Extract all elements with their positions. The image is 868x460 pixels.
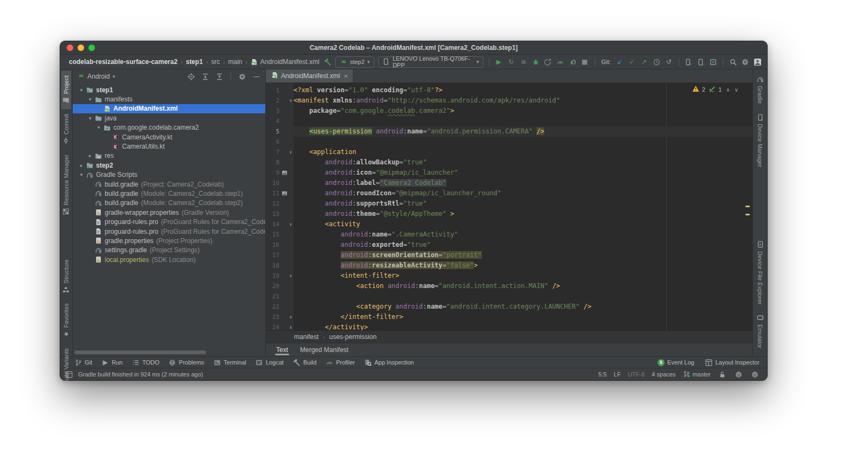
sidebar-item-commit[interactable]: Commit [61, 109, 71, 150]
tool-window-button-layout-inspector[interactable]: Layout Inspector [705, 359, 760, 366]
attach-debugger-button[interactable] [544, 58, 552, 67]
tool-window-button-build[interactable]: Build [293, 359, 316, 366]
fold-marker-icon[interactable]: ∧ [288, 312, 293, 322]
indent-style[interactable]: 4 spaces [652, 371, 675, 378]
fold-marker-icon[interactable]: ∨ [288, 219, 293, 229]
rerun-button[interactable]: ↻ [507, 58, 515, 67]
tool-window-button-terminal[interactable]: Terminal [213, 359, 246, 366]
collapse-all-button[interactable] [215, 72, 224, 81]
tree-item[interactable]: ▸step2 [73, 161, 265, 170]
breadcrumb-item[interactable]: manifest [294, 333, 318, 341]
tool-window-button-event-log[interactable]: 5Event Log [658, 359, 694, 366]
project-view-selector[interactable]: Android [87, 73, 110, 80]
lock-icon[interactable] [718, 370, 727, 379]
sidebar-item-project[interactable]: Project [61, 71, 71, 109]
line-separator[interactable]: LF [614, 371, 621, 378]
sidebar-item-gradle[interactable]: Gradle [755, 71, 765, 108]
tool-window-button-todo[interactable]: TODO [132, 359, 159, 366]
stop-button[interactable]: ■ [580, 58, 589, 67]
rollback-button[interactable]: ↺ [665, 58, 673, 67]
tree-item[interactable]: build.gradle(Project: Camera2_Codelab) [73, 180, 265, 189]
device-manager-button[interactable] [697, 58, 705, 67]
sdk-manager-button[interactable] [709, 58, 718, 67]
run-config-selector[interactable]: step2 ▾ [335, 56, 374, 68]
code-line[interactable]: 9 android:icon="@mipmap/ic_launcher" [266, 168, 752, 178]
pair-devices-button[interactable] [685, 58, 693, 67]
project-horizontal-scrollbar[interactable] [74, 350, 206, 354]
device-selector[interactable]: LENOVO Lenovo TB-Q706F-DPP ▾ [378, 56, 483, 68]
profile-button[interactable] [556, 58, 565, 67]
tree-item[interactable]: ▾Gradle Scripts [73, 170, 265, 180]
tree-item[interactable]: gradle.properties(Project Properties) [73, 236, 265, 245]
breadcrumb-item[interactable]: uses-permission [329, 333, 376, 341]
code-line[interactable]: 3 package="com.google.codelab.camera2"> [266, 106, 752, 116]
settings-button[interactable] [741, 58, 750, 67]
tree-item[interactable]: build.gradle(Module: Camera2_Codelab.ste… [73, 189, 265, 198]
tree-toggle-icon[interactable]: ▾ [77, 172, 86, 177]
tool-window-button-logcat[interactable]: Logcat [256, 359, 284, 366]
sidebar-item-favorites[interactable]: ★Favorites [61, 298, 71, 343]
run-with-coverage-button[interactable]: ≡ [519, 58, 528, 67]
code-line[interactable]: 20 <action android:name="android.intent.… [266, 281, 752, 291]
warning-stripe-mark[interactable] [745, 214, 750, 215]
breadcrumb-item[interactable]: MFAndroidManifest.xml [251, 58, 320, 66]
hide-panel-button[interactable]: — [252, 72, 261, 81]
tree-toggle-icon[interactable]: ▾ [86, 116, 94, 121]
code-line[interactable]: 14∨ <activity [266, 219, 752, 229]
locate-file-button[interactable] [187, 72, 196, 81]
code-line[interactable]: 11 android:roundIcon="@mipmap/ic_launche… [266, 188, 752, 199]
tree-toggle-icon[interactable]: ▸ [86, 153, 94, 158]
tool-window-button-profiler[interactable]: Profiler [326, 359, 355, 366]
fold-marker-icon[interactable]: ∨ [288, 147, 293, 157]
tree-item[interactable]: ▸res [73, 151, 265, 161]
code-line[interactable]: 10 android:label="Camera2 Codelab" [266, 178, 752, 188]
code-line[interactable]: 4 [266, 116, 752, 126]
code-line[interactable]: 22 <category android:name="android.inten… [266, 302, 752, 312]
code-line[interactable]: 23∧ </intent-filter> [266, 312, 752, 322]
face-icon[interactable] [734, 370, 743, 379]
tree-item[interactable]: proguard-rules.pro(ProGuard Rules for Ca… [73, 217, 265, 226]
warning-stripe-mark[interactable] [745, 206, 750, 207]
tree-item[interactable]: CameraActivity.kt [73, 132, 265, 142]
caret-position[interactable]: 5:5 [598, 371, 607, 378]
breadcrumb-item[interactable]: codelab-resizable-surface-camera2 [69, 58, 177, 66]
editor-view-tab-text[interactable]: Text [270, 343, 294, 356]
tree-item[interactable]: settings.gradle(Project Settings) [73, 246, 265, 255]
sidebar-item-device-manager[interactable]: Device Manager [755, 108, 765, 172]
code-line[interactable]: 7∨ <application [266, 147, 752, 157]
run-button[interactable]: ▶ [495, 58, 503, 67]
code-line[interactable]: 18 android:resizeableActivity="false"> [266, 260, 752, 271]
sidebar-item-emulator[interactable]: Emulator [755, 309, 765, 353]
inspections-widget[interactable]: 2 1 ∧ ∨ [692, 85, 738, 95]
maximize-window-button[interactable] [88, 44, 95, 51]
tool-window-button-app-inspection[interactable]: App Inspection [364, 359, 414, 366]
code-line[interactable]: 8 android:allowBackup="true" [266, 157, 752, 168]
editor-tab[interactable]: MF AndroidManifest.xml × [266, 69, 353, 82]
error-stripe[interactable] [745, 206, 750, 215]
next-problem-icon[interactable]: ∨ [735, 85, 738, 95]
tool-window-button-problems[interactable]: Problems [169, 359, 204, 366]
fold-marker-icon[interactable]: ∨ [288, 271, 293, 281]
previous-problem-icon[interactable]: ∧ [726, 85, 730, 95]
file-encoding[interactable]: UTF-8 [628, 371, 644, 378]
tree-item[interactable]: ▾step1 [73, 85, 265, 94]
git-commit-button[interactable]: ✓ [628, 58, 636, 67]
code-line[interactable]: 12 android:supportsRtl="true" [266, 199, 752, 209]
tree-item[interactable]: ▾java [73, 113, 265, 123]
git-update-button[interactable]: ↙ [616, 58, 624, 67]
git-branch-widget[interactable]: master [682, 370, 711, 379]
expand-all-button[interactable] [201, 72, 210, 81]
code-line[interactable]: 1<?xml version="1.0" encoding="utf-8"?> [266, 85, 752, 95]
code-line[interactable]: 17 android:screenOrientation="portrait" [266, 250, 752, 260]
tree-toggle-icon[interactable]: ▾ [77, 87, 86, 93]
debug-button[interactable] [531, 58, 540, 67]
sidebar-item-device-file-explorer[interactable]: Device File Explorer [755, 236, 765, 309]
editor-view-tab-merged-manifest[interactable]: Merged Manifest [294, 343, 354, 356]
code-line[interactable]: 19∨ <intent-filter> [266, 271, 752, 281]
sidebar-item-build-variants[interactable]: Build Variants [61, 343, 71, 381]
breadcrumb-item[interactable]: src [211, 58, 220, 66]
fold-marker-icon[interactable]: ∨ [288, 95, 293, 106]
tree-item[interactable]: CameraUtils.kt [73, 142, 265, 151]
tree-item[interactable]: local.properties(SDK Location) [73, 255, 265, 264]
face-icon[interactable] [750, 370, 760, 379]
